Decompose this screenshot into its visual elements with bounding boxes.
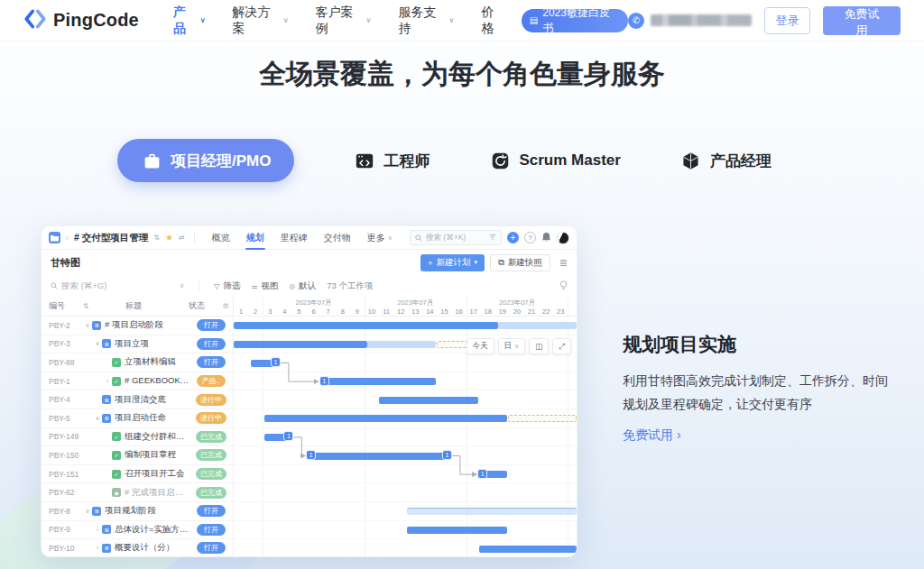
app-tab-4[interactable]: 更多∨ xyxy=(359,226,401,250)
list-settings-icon[interactable]: ≣ xyxy=(559,257,568,269)
book-icon: ▤ xyxy=(530,16,538,25)
help-icon[interactable]: ? xyxy=(524,232,536,243)
table-rows: PBY-2∨≣# 项目启动阶段打开PBY-3∨≣项目立项打开PBY-88✓立项材… xyxy=(42,317,233,556)
table-row[interactable]: PBY-10›≣概要设计（分）打开 xyxy=(42,539,233,556)
tree-caret-icon[interactable]: ∨ xyxy=(93,415,102,422)
phone-number-redacted xyxy=(651,14,752,26)
status-badge: 进行中 xyxy=(196,412,226,424)
user-avatar[interactable] xyxy=(557,232,569,244)
role-tab-2[interactable]: Scrum Master xyxy=(489,150,620,171)
project-switch-icon[interactable]: ⇅ xyxy=(153,234,160,242)
table-row[interactable]: PBY-3∨≣项目立项打开 xyxy=(42,335,233,354)
global-search-input[interactable]: 搜索 (⌘+K) xyxy=(410,230,502,245)
new-plan-button[interactable]: + 新建计划 ▾ xyxy=(420,254,485,271)
dependency-link xyxy=(452,456,476,475)
local-search-input[interactable]: 搜索 (⌘+G) ∨ xyxy=(51,280,184,292)
fullscreen-icon[interactable]: ⤢ xyxy=(552,338,571,354)
pingcode-logo[interactable]: PingCode xyxy=(23,7,139,34)
free-trial-button[interactable]: 免费试用 xyxy=(823,6,901,35)
notification-bell-icon[interactable] xyxy=(541,232,551,244)
nav-item-0[interactable]: 产品∨ xyxy=(173,5,206,37)
chevron-down-icon: ∨ xyxy=(388,234,393,242)
project-breadcrumb[interactable]: # 交付型项目管理 xyxy=(74,232,148,244)
app-tab-2[interactable]: 里程碑 xyxy=(273,226,316,250)
swap-icon[interactable]: ⇄ xyxy=(179,234,185,242)
gantt-view-tools: 今天 日∨ ◫ ⤢ xyxy=(467,338,571,354)
nav-item-4[interactable]: 价格 xyxy=(481,5,504,37)
panel-title: 甘特图 xyxy=(51,256,80,270)
pingcode-logo-icon xyxy=(23,7,47,34)
table-row[interactable]: PBY-1›✓# GEEKBOOKS 极...产品.. xyxy=(42,372,233,391)
app-tab-0[interactable]: 概览 xyxy=(204,226,238,250)
filter-button[interactable]: ▽筛选 xyxy=(214,280,240,292)
tree-caret-icon[interactable]: › xyxy=(93,527,102,533)
app-tab-1[interactable]: 规划 xyxy=(238,226,273,250)
today-button[interactable]: 今天 xyxy=(467,338,494,354)
role-tab-3[interactable]: 产品经理 xyxy=(680,150,772,171)
table-row[interactable]: PBY-4≣项目澄清交底进行中 xyxy=(42,390,233,409)
gantt-day-label: 17 xyxy=(470,307,477,316)
tree-caret-icon[interactable]: › xyxy=(103,378,112,384)
zoom-unit-button[interactable]: 日∨ xyxy=(498,338,526,354)
status-badge: 进行中 xyxy=(196,394,226,406)
task-type-icon: ✓ xyxy=(112,432,121,441)
preset-icon: ◎ xyxy=(289,282,295,290)
nav-item-2[interactable]: 客户案例∨ xyxy=(316,5,372,37)
new-snapshot-button[interactable]: ⧉ 新建快照 xyxy=(490,254,550,271)
search-filter-funnel-icon[interactable] xyxy=(489,234,496,243)
lightbulb-icon[interactable] xyxy=(559,280,568,292)
table-row[interactable]: PBY-2∨≣# 项目启动阶段打开 xyxy=(42,317,233,335)
column-header-title[interactable]: 标题 xyxy=(92,300,175,312)
gantt-content: 编号 ⇅ 标题 状态 ⚙ PBY-2∨≣# 项目启动阶段打开PBY-3∨≣项目立… xyxy=(42,297,577,556)
role-tab-1[interactable]: 工程师 xyxy=(354,150,430,171)
table-row[interactable]: PBY-151✓召开项目开工会已完成 xyxy=(42,465,233,484)
whitepaper-badge[interactable]: ▤ 2023敏捷白皮书 xyxy=(522,9,628,32)
gantt-filter-bar: 搜索 (⌘+G) ∨ ▽筛选 ⚌视图 ◎默认 73 个工作项 xyxy=(42,275,577,297)
role-tab-0[interactable]: 项目经理/PMO xyxy=(117,139,294,182)
panel-actions: + 新建计划 ▾ ⧉ 新建快照 ≣ xyxy=(420,254,568,271)
favorite-star-icon[interactable]: ★ xyxy=(165,233,173,243)
column-header-status[interactable]: 状态 xyxy=(175,300,218,312)
whitepaper-badge-label: 2023敏捷白皮书 xyxy=(542,5,617,36)
epic-type-icon: ≣ xyxy=(92,507,101,516)
app-tab-3[interactable]: 交付物 xyxy=(316,226,359,250)
gantt-day-label: 1 xyxy=(239,307,243,316)
toolbar-divider xyxy=(194,233,195,243)
table-row[interactable]: PBY-88✓立项材料编辑打开 xyxy=(42,353,233,372)
table-row[interactable]: PBY-5∨≣项目启动任命进行中 xyxy=(42,409,233,428)
chevron-down-icon: ∨ xyxy=(366,16,372,24)
column-header-id[interactable]: 编号 xyxy=(42,300,79,312)
tree-caret-icon[interactable]: ∨ xyxy=(93,340,102,347)
tree-caret-icon[interactable]: ∨ xyxy=(83,508,92,515)
table-row[interactable]: PBY-9›≣总体设计=实施方案（...打开 xyxy=(42,521,233,540)
dependency-link xyxy=(293,437,305,456)
scrum-icon xyxy=(489,150,511,171)
split-view-icon[interactable]: ◫ xyxy=(529,338,549,354)
epic-type-icon: ≣ xyxy=(102,544,111,553)
table-row[interactable]: PBY-8∨≣项目规划阶段打开 xyxy=(42,502,233,521)
status-badge: 已完成 xyxy=(196,468,226,480)
search-icon xyxy=(51,282,58,289)
table-row[interactable]: PBY-150✓编制项目章程已完成 xyxy=(42,446,233,465)
gantt-month-label: 2023年07月 xyxy=(296,298,332,307)
nav-item-1[interactable]: 解决方案∨ xyxy=(233,5,289,37)
table-row[interactable]: PBY-149✓组建交付群和工作台已完成 xyxy=(42,428,233,447)
tree-caret-icon[interactable]: › xyxy=(93,545,102,551)
tree-caret-icon[interactable]: ∨ xyxy=(83,322,92,329)
chevron-down-icon: ∨ xyxy=(200,16,206,24)
table-row[interactable]: PBY-62◆# 完成项目启动阶段...已完成 xyxy=(42,483,233,502)
quick-add-button[interactable]: + xyxy=(507,232,519,243)
view-button[interactable]: ⚌视图 xyxy=(251,280,278,292)
column-gear-icon[interactable]: ⚙ xyxy=(218,302,233,310)
role-tabs: 项目经理/PMO工程师Scrum Master产品经理 xyxy=(117,139,772,182)
default-view-button[interactable]: ◎默认 xyxy=(289,280,316,292)
gantt-day-label: 19 xyxy=(499,307,506,316)
nav-item-3[interactable]: 服务支持∨ xyxy=(398,5,454,37)
global-search-placeholder: 搜索 (⌘+K) xyxy=(426,233,466,243)
login-button[interactable]: 登录 xyxy=(764,7,810,34)
sort-icon[interactable]: ⇅ xyxy=(79,302,92,310)
task-type-icon: ✓ xyxy=(112,451,121,460)
feature-trial-link[interactable]: 免费试用 › xyxy=(623,427,681,444)
sliders-icon: ⚌ xyxy=(251,282,257,290)
gantt-date-header: 2023年07月2023年07月2023年07月1234567891011121… xyxy=(234,297,577,317)
